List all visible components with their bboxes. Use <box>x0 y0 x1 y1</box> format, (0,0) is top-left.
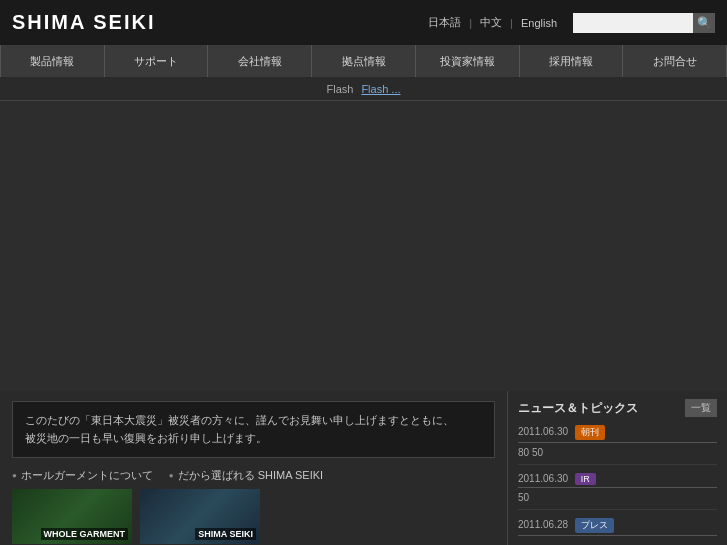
lang-english[interactable]: English <box>521 17 557 29</box>
main-nav: 製品情報 サポート 会社情報 拠点情報 投資家情報 採用情報 お問合せ <box>0 45 727 77</box>
lang-sep-1: | <box>469 17 472 29</box>
nav-item-investors[interactable]: 投資家情報 <box>416 45 520 77</box>
search-icon: 🔍 <box>697 16 712 30</box>
lang-sep-2: | <box>510 17 513 29</box>
lang-chinese[interactable]: 中文 <box>480 15 502 30</box>
thumb-left[interactable]: WHOLE GARMENT <box>12 489 132 544</box>
search-box: 🔍 <box>573 13 715 33</box>
news-tag-3[interactable]: プレス <box>575 518 614 533</box>
news-divider-2 <box>518 487 717 488</box>
news-all-button[interactable]: 一覧 <box>685 399 717 417</box>
news-date-1: 2011.06.30 朝刊 <box>518 425 717 440</box>
search-button[interactable]: 🔍 <box>693 13 715 33</box>
notice-box: このたびの「東日本大震災」被災者の方々に、謹んでお見舞い申し上げますとともに、 … <box>12 401 495 458</box>
news-date-3: 2011.06.28 プレス <box>518 518 717 533</box>
nav-item-support[interactable]: サポート <box>105 45 209 77</box>
nav-item-careers[interactable]: 採用情報 <box>520 45 624 77</box>
nav-item-company[interactable]: 会社情報 <box>208 45 312 77</box>
thumb-right-label: SHIMA SEIKI <box>195 528 256 540</box>
link-whole-garment[interactable]: ホールガーメントについて <box>12 468 153 483</box>
lang-japanese[interactable]: 日本語 <box>428 15 461 30</box>
logo: SHIMA SEIKI <box>12 11 156 34</box>
thumb-left-label: WHOLE GARMENT <box>41 528 129 540</box>
left-content: このたびの「東日本大震災」被災者の方々に、謹んでお見舞い申し上げますとともに、 … <box>0 391 507 545</box>
news-panel: ニュース＆トピックス 一覧 2011.06.30 朝刊 80 50 2011.0… <box>507 391 727 545</box>
header-right: 日本語 | 中文 | English 🔍 <box>428 13 715 33</box>
news-divider-1 <box>518 442 717 443</box>
thumb-right[interactable]: SHIMA SEIKI <box>140 489 260 544</box>
news-header: ニュース＆トピックス 一覧 <box>518 399 717 417</box>
news-date-2: 2011.06.30 IR <box>518 473 717 485</box>
news-tag-2[interactable]: IR <box>575 473 596 485</box>
news-count-2: 50 <box>518 492 717 503</box>
news-count-1: 80 50 <box>518 447 717 458</box>
flash-bar: Flash Flash ... <box>0 77 727 101</box>
nav-item-products[interactable]: 製品情報 <box>0 45 105 77</box>
bottom-section: このたびの「東日本大震災」被災者の方々に、謹んでお見舞い申し上げますとともに、 … <box>0 391 727 545</box>
link-shima-seiki[interactable]: だから選ばれる SHIMA SEIKI <box>169 468 323 483</box>
news-item-2: 2011.06.30 IR 50 <box>518 473 717 510</box>
news-divider-3 <box>518 535 717 536</box>
notice-text-line2: 被災地の一日も早い復興をお祈り申し上げます。 <box>25 432 267 444</box>
news-item-3: 2011.06.28 プレス <box>518 518 717 545</box>
flash-label: Flash <box>326 83 353 95</box>
thumb-row: WHOLE GARMENT SHIMA SEIKI <box>12 489 495 544</box>
nav-item-contact[interactable]: お問合せ <box>623 45 727 77</box>
news-tag-1[interactable]: 朝刊 <box>575 425 605 440</box>
flash-link[interactable]: Flash ... <box>361 83 400 95</box>
main-content-area <box>0 101 727 391</box>
news-title: ニュース＆トピックス <box>518 400 638 417</box>
search-input[interactable] <box>573 13 693 33</box>
news-item-1: 2011.06.30 朝刊 80 50 <box>518 425 717 465</box>
links-row: ホールガーメントについて だから選ばれる SHIMA SEIKI <box>12 468 495 483</box>
header: SHIMA SEIKI 日本語 | 中文 | English 🔍 <box>0 0 727 45</box>
notice-text-line1: このたびの「東日本大震災」被災者の方々に、謹んでお見舞い申し上げますとともに、 <box>25 414 454 426</box>
nav-item-locations[interactable]: 拠点情報 <box>312 45 416 77</box>
